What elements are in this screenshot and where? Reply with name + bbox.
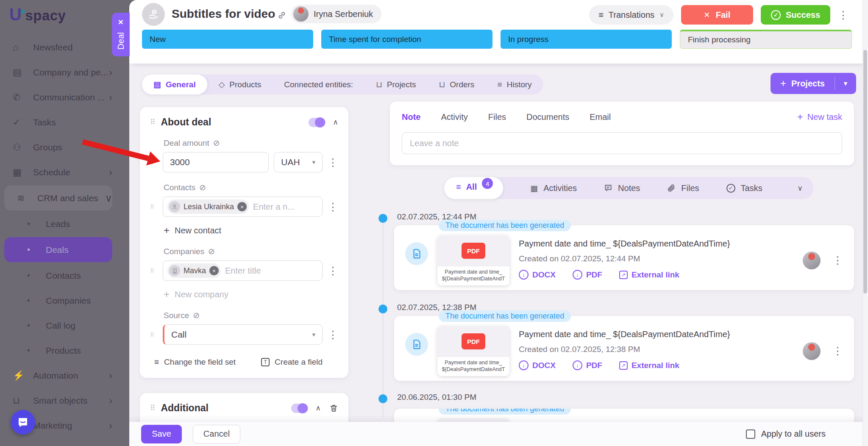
deal-entity-avatar [142, 3, 165, 26]
close-icon[interactable]: × [118, 17, 123, 27]
section-toggle[interactable] [291, 404, 308, 413]
sidebar-item-groups[interactable]: ⚇Groups [0, 135, 112, 160]
pdf-thumbnail[interactable]: PDF Payment date and time_${DealsPayment… [437, 235, 509, 285]
contact-chip[interactable]: Lesia Ukrainka × [167, 199, 249, 214]
filter-notes[interactable]: Notes [604, 183, 640, 193]
new-task-button[interactable]: +New task [797, 111, 842, 123]
trash-icon[interactable] [329, 404, 338, 413]
uspacy-logo[interactable]: Uspacy [9, 5, 66, 24]
filter-all[interactable]: ≡ All 4 [444, 177, 503, 199]
new-contact-button[interactable]: +New contact [164, 224, 338, 236]
tab-files[interactable]: Files [488, 112, 506, 122]
header-kebab-menu[interactable]: ⋮ [838, 10, 849, 20]
timeline-dot [378, 214, 387, 223]
remove-chip-icon[interactable]: × [209, 266, 219, 275]
drag-handle-icon[interactable]: ⠿ [150, 204, 158, 210]
download-pdf-link[interactable]: ↓PDF [573, 360, 602, 370]
tab-products[interactable]: ◇Products [207, 75, 273, 94]
drag-handle-icon[interactable]: ⠿ [150, 332, 158, 338]
filter-activities[interactable]: ▦Activities [530, 183, 577, 193]
external-link[interactable]: ↗External link [619, 270, 679, 280]
download-docx-link[interactable]: ↓DOCX [519, 360, 556, 370]
save-button[interactable]: Save [141, 425, 182, 443]
scrollbar-track[interactable] [862, 0, 868, 446]
tab-activity[interactable]: Activity [441, 112, 467, 122]
sidebar: Uspacy ⌂Newsfeed ▤Company and pe...› ✆Co… [0, 0, 129, 446]
stage-in-progress[interactable]: In progress [501, 30, 672, 49]
new-company-button[interactable]: +New company [164, 288, 338, 300]
add-projects-button[interactable]: +Projects ▾ [771, 73, 856, 94]
company-chip[interactable]: Mavka × [167, 263, 221, 278]
tab-email[interactable]: Email [590, 112, 611, 122]
remove-chip-icon[interactable]: × [237, 202, 247, 211]
calendar-icon: ▦ [13, 167, 27, 178]
stage-finish-processing[interactable]: Finish processing [680, 30, 852, 49]
sidebar-item-contacts[interactable]: •Contacts [0, 263, 112, 288]
filter-files[interactable]: Files [667, 183, 699, 193]
stage-new[interactable]: New [142, 30, 313, 49]
download-docx-link[interactable]: ↓DOCX [519, 270, 556, 280]
filter-tasks[interactable]: ✓Tasks [726, 183, 762, 193]
tab-orders[interactable]: ⊔Orders [427, 75, 486, 94]
field-kebab-menu[interactable]: ⋮ [328, 330, 338, 340]
deal-amount-input[interactable] [170, 157, 262, 167]
success-button[interactable]: ✓ Success [761, 5, 830, 25]
card-kebab-menu[interactable]: ⋮ [832, 255, 843, 266]
companies-field[interactable]: Mavka × Enter title [163, 260, 323, 281]
apply-to-all-users-checkbox[interactable] [746, 429, 755, 439]
tab-projects[interactable]: ⊔Projects [364, 75, 427, 94]
sidebar-item-companies[interactable]: •Companies [0, 288, 112, 313]
sidebar-item-deals[interactable]: •Deals [4, 237, 112, 262]
drag-handle-icon[interactable]: ⠿ [150, 268, 158, 274]
field-kebab-menu[interactable]: ⋮ [328, 202, 338, 212]
sidebar-item-schedule[interactable]: ▦Schedule› [0, 160, 112, 185]
tab-note[interactable]: Note [402, 112, 420, 122]
copy-link-icon[interactable] [277, 10, 287, 20]
deal-slideover-tab[interactable]: × Deal [112, 13, 130, 56]
document-created: Created on 02.07.2025, 12:44 PM [519, 254, 793, 263]
sidebar-item-communication[interactable]: ✆Communication ...› [0, 85, 112, 110]
card-kebab-menu[interactable]: ⋮ [832, 346, 843, 356]
chevron-down-icon[interactable]: ∨ [798, 184, 803, 193]
projects-dropdown-arrow[interactable]: ▾ [835, 80, 856, 87]
contacts-field[interactable]: Lesia Ukrainka × Enter a n... [163, 197, 323, 217]
source-select[interactable]: Call▾ [163, 324, 323, 345]
sidebar-item-crm[interactable]: ≋CRM and sales∨ [4, 186, 112, 211]
download-pdf-link[interactable]: ↓PDF [573, 270, 602, 280]
sidebar-item-company[interactable]: ▤Company and pe...› [0, 60, 112, 85]
sidebar-item-smart-objects[interactable]: ⊔Smart objects› [0, 388, 112, 413]
stage-time-spent[interactable]: Time spent for completion [321, 30, 492, 49]
section-toggle[interactable] [309, 118, 326, 127]
field-kebab-menu[interactable]: ⋮ [328, 266, 338, 276]
scrollbar-thumb[interactable] [863, 50, 867, 294]
cancel-button[interactable]: Cancel [193, 425, 240, 443]
change-field-set-button[interactable]: ≡Change the field set [154, 357, 236, 367]
collapse-icon[interactable]: ∧ [333, 118, 338, 127]
sidebar-item-leads[interactable]: •Leads [0, 211, 112, 236]
drag-handle-icon[interactable]: ⠿ [150, 159, 158, 166]
translations-dropdown[interactable]: ≡ Translations ∨ [589, 5, 673, 25]
collapse-icon[interactable]: ∧ [316, 404, 321, 413]
field-kebab-menu[interactable]: ⋮ [328, 157, 338, 168]
tab-history[interactable]: ≡History [486, 75, 543, 94]
document-title: Payment date and time_ ${DealsPaymentDat… [519, 330, 793, 339]
currency-select[interactable]: UAH▾ [274, 152, 323, 172]
deal-amount-field[interactable] [163, 152, 269, 172]
chat-launcher-button[interactable] [11, 410, 35, 435]
hand-coin-icon [147, 8, 160, 21]
sidebar-item-newsfeed[interactable]: ⌂Newsfeed [0, 35, 112, 60]
tab-general[interactable]: ▤General [142, 75, 207, 94]
owner-pill[interactable]: Iryna Serbeniuk [291, 5, 381, 23]
create-field-button[interactable]: TCreate a field [261, 357, 323, 367]
note-input[interactable] [402, 132, 842, 154]
external-link[interactable]: ↗External link [619, 361, 679, 370]
sidebar-item-tasks[interactable]: ✓Tasks [0, 110, 112, 135]
drag-handle-icon[interactable]: ⠿ [150, 118, 155, 127]
sidebar-item-call-log[interactable]: •Call log [0, 313, 112, 338]
sidebar-item-automation[interactable]: ⚡Automation› [0, 363, 112, 388]
fail-button[interactable]: × Fail [681, 5, 753, 25]
sidebar-item-products[interactable]: •Products [0, 338, 112, 363]
drag-handle-icon[interactable]: ⠿ [150, 404, 155, 413]
tab-documents[interactable]: Documents [526, 112, 569, 122]
pdf-thumbnail[interactable]: PDF Payment date and time_${DealsPayment… [437, 326, 509, 376]
